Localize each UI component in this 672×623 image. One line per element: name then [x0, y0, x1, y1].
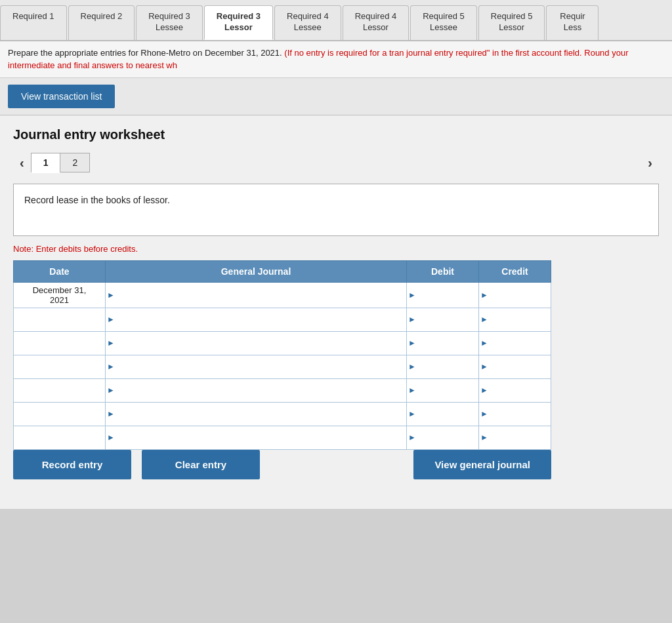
left-buttons: Record entry Clear entry [13, 450, 260, 479]
gj-input-7[interactable] [106, 426, 406, 449]
tab-required-4-lessee[interactable]: Required 4Lessee [274, 5, 341, 40]
debit-cell-6[interactable]: ► [407, 402, 479, 426]
debit-cell-3[interactable]: ► [407, 331, 479, 355]
credit-input-4[interactable] [479, 355, 551, 378]
gj-input-2[interactable] [106, 308, 406, 331]
debit-input-7[interactable] [407, 426, 478, 449]
gj-input-6[interactable] [106, 403, 406, 426]
date-cell-1: December 31,2021 [14, 282, 106, 308]
table-row: ► ► ► [14, 402, 551, 426]
right-buttons: View general journal [413, 450, 551, 479]
description-box: Record lease in the books of lessor. [13, 184, 659, 236]
tab-required-2[interactable]: Required 2 [68, 5, 135, 40]
col-header-date: Date [14, 260, 106, 282]
debit-input-2[interactable] [407, 308, 478, 331]
gj-cell-2[interactable]: ► [106, 308, 407, 331]
note-text: Note: Enter debits before credits. [13, 244, 659, 254]
credit-cell-2[interactable]: ► [479, 308, 551, 331]
tab-required-less[interactable]: RequirLess [546, 5, 598, 40]
date-cell-6 [14, 402, 106, 426]
gj-input-4[interactable] [106, 355, 406, 378]
instruction-bar: Prepare the appropriate entries for Rhon… [0, 41, 672, 78]
credit-cell-6[interactable]: ► [479, 402, 551, 426]
debit-cell-5[interactable]: ► [407, 378, 479, 402]
tab-required-5-lessee[interactable]: Required 5Lessee [410, 5, 477, 40]
tab-required-1[interactable]: Required 1 [0, 5, 67, 40]
prev-page-button[interactable]: ‹ [13, 153, 31, 173]
debit-cell-2[interactable]: ► [407, 308, 479, 331]
page-navigation: ‹ 1 2 › [13, 153, 659, 173]
next-page-button[interactable]: › [641, 153, 659, 173]
description-text: Record lease in the books of lessor. [24, 195, 170, 205]
gj-input-1[interactable] [106, 283, 406, 308]
page-tab-2[interactable]: 2 [60, 153, 90, 172]
table-row: ► ► ► [14, 378, 551, 402]
clear-entry-button[interactable]: Clear entry [142, 450, 260, 479]
instruction-main: Prepare the appropriate entries for Rhon… [8, 48, 282, 58]
table-row: ► ► ► [14, 331, 551, 355]
record-entry-button[interactable]: Record entry [13, 450, 131, 479]
debit-input-3[interactable] [407, 332, 478, 355]
table-row: ► ► ► [14, 426, 551, 449]
debit-input-4[interactable] [407, 355, 478, 378]
col-header-gj: General Journal [106, 260, 407, 282]
credit-cell-1[interactable]: ► [479, 282, 551, 308]
table-row: ► ► ► [14, 355, 551, 378]
credit-input-6[interactable] [479, 403, 551, 426]
bottom-buttons-wrapper: Record entry Clear entry View general jo… [13, 450, 551, 479]
credit-input-7[interactable] [479, 426, 551, 449]
debit-cell-4[interactable]: ► [407, 355, 479, 378]
credit-input-2[interactable] [479, 308, 551, 331]
credit-input-3[interactable] [479, 332, 551, 355]
credit-cell-5[interactable]: ► [479, 378, 551, 402]
view-transaction-list-button[interactable]: View transaction list [8, 85, 115, 108]
tab-required-5-lessor[interactable]: Required 5Lessor [478, 5, 545, 40]
credit-input-1[interactable] [479, 283, 551, 308]
col-header-debit: Debit [407, 260, 479, 282]
debit-input-1[interactable] [407, 283, 478, 308]
credit-cell-4[interactable]: ► [479, 355, 551, 378]
gj-input-5[interactable] [106, 379, 406, 402]
page-tab-1[interactable]: 1 [31, 153, 61, 173]
view-general-journal-button[interactable]: View general journal [413, 450, 551, 479]
gj-cell-6[interactable]: ► [106, 402, 407, 426]
date-cell-5 [14, 378, 106, 402]
gj-input-3[interactable] [106, 332, 406, 355]
gj-cell-4[interactable]: ► [106, 355, 407, 378]
credit-cell-7[interactable]: ► [479, 426, 551, 449]
credit-cell-3[interactable]: ► [479, 331, 551, 355]
table-row: ► ► ► [14, 308, 551, 331]
gj-cell-5[interactable]: ► [106, 378, 407, 402]
table-row: December 31,2021 ► ► ► [14, 282, 551, 308]
date-cell-2 [14, 308, 106, 331]
worksheet-title: Journal entry worksheet [13, 127, 659, 142]
gj-cell-3[interactable]: ► [106, 331, 407, 355]
action-bar: View transaction list [0, 78, 672, 115]
date-cell-7 [14, 426, 106, 449]
tab-required-4-lessor[interactable]: Required 4Lessor [343, 5, 410, 40]
tab-bar: Required 1 Required 2 Required 3Lessee R… [0, 0, 672, 41]
gj-cell-1[interactable]: ► [106, 282, 407, 308]
debit-input-6[interactable] [407, 403, 478, 426]
debit-input-5[interactable] [407, 379, 478, 402]
credit-input-5[interactable] [479, 379, 551, 402]
tab-required-3-lessee[interactable]: Required 3Lessee [136, 5, 203, 40]
date-cell-4 [14, 355, 106, 378]
gj-cell-7[interactable]: ► [106, 426, 407, 449]
date-cell-3 [14, 331, 106, 355]
journal-entry-table: Date General Journal Debit Credit Decemb… [13, 260, 551, 450]
tab-required-3-lessor[interactable]: Required 3Lessor [204, 5, 273, 40]
debit-cell-1[interactable]: ► [407, 282, 479, 308]
col-header-credit: Credit [479, 260, 551, 282]
worksheet-container: Journal entry worksheet ‹ 1 2 › Record l… [0, 115, 672, 509]
debit-cell-7[interactable]: ► [407, 426, 479, 449]
